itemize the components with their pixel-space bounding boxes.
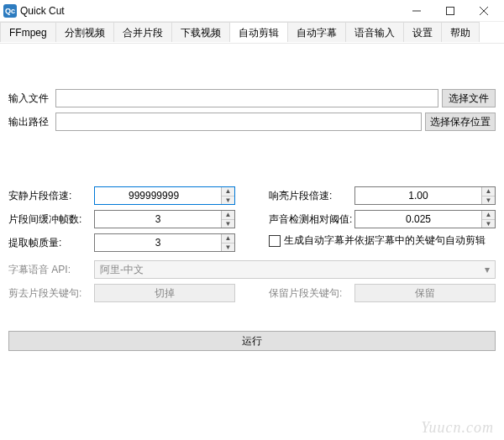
buffer-frames-label: 片段间缓冲帧数: <box>8 212 94 227</box>
watermark: Yuucn.com <box>421 419 494 437</box>
spin-down-icon[interactable]: ▼ <box>222 196 234 205</box>
spin-down-icon[interactable]: ▼ <box>222 219 234 228</box>
quiet-speed-value: 999999999 <box>95 190 221 202</box>
tab-merge[interactable]: 合并片段 <box>113 22 172 42</box>
cut-keyword-label: 剪去片段关键句: <box>8 286 94 301</box>
loud-speed-spinner[interactable]: 1.00 ▲▼ <box>354 186 496 205</box>
cut-button: 切掉 <box>94 284 235 302</box>
buffer-frames-value: 3 <box>95 213 221 225</box>
tab-auto-subtitle[interactable]: 自动字幕 <box>287 22 346 42</box>
threshold-label: 声音检测相对阈值: <box>269 212 354 227</box>
input-file-label: 输入文件 <box>8 92 55 106</box>
tab-settings[interactable]: 设置 <box>403 22 442 42</box>
buffer-frames-spinner[interactable]: 3 ▲▼ <box>94 210 235 228</box>
choose-output-button[interactable]: 选择保存位置 <box>425 113 496 131</box>
extract-quality-value: 3 <box>95 237 221 249</box>
close-button[interactable] <box>467 0 501 22</box>
tab-voice-input[interactable]: 语音输入 <box>345 22 404 42</box>
window-title: Quick Cut <box>20 5 400 17</box>
maximize-button[interactable] <box>433 0 467 22</box>
api-select-value: 阿里-中文 <box>100 263 144 277</box>
choose-file-button[interactable]: 选择文件 <box>442 89 496 107</box>
content-area: 输入文件 选择文件 输出路径 选择保存位置 安静片段倍速: 999999999 … <box>0 44 504 314</box>
spin-up-icon[interactable]: ▲ <box>222 187 234 196</box>
tab-download[interactable]: 下载视频 <box>171 22 230 42</box>
tab-split-video[interactable]: 分割视频 <box>55 22 114 42</box>
svg-rect-1 <box>447 7 454 14</box>
titlebar: Qc Quick Cut <box>0 0 504 22</box>
threshold-value: 0.025 <box>355 213 481 225</box>
spin-up-icon[interactable]: ▲ <box>222 211 234 219</box>
extract-quality-label: 提取帧质量: <box>8 236 94 250</box>
api-label: 字幕语音 API: <box>8 263 94 277</box>
auto-subtitle-checkbox[interactable] <box>269 235 281 247</box>
spin-up-icon[interactable]: ▲ <box>222 234 234 243</box>
spin-down-icon[interactable]: ▼ <box>482 219 495 228</box>
keep-button: 保留 <box>354 284 496 302</box>
minimize-button[interactable] <box>400 0 433 22</box>
output-path-label: 输出路径 <box>8 115 55 129</box>
spin-up-icon[interactable]: ▲ <box>482 211 495 219</box>
loud-speed-label: 响亮片段倍速: <box>269 189 354 203</box>
tab-bar: FFmpeg 分割视频 合并片段 下载视频 自动剪辑 自动字幕 语音输入 设置 … <box>0 22 504 44</box>
tab-ffmpeg[interactable]: FFmpeg <box>0 22 56 42</box>
loud-speed-value: 1.00 <box>355 190 481 202</box>
quiet-speed-spinner[interactable]: 999999999 ▲▼ <box>94 186 235 205</box>
keep-keyword-label: 保留片段关键句: <box>269 286 354 301</box>
run-button[interactable]: 运行 <box>8 331 496 351</box>
api-select: 阿里-中文 <box>94 260 496 279</box>
quiet-speed-label: 安静片段倍速: <box>8 189 94 203</box>
auto-subtitle-checkbox-label: 生成自动字幕并依据字幕中的关键句自动剪辑 <box>284 233 486 248</box>
spin-down-icon[interactable]: ▼ <box>222 243 234 252</box>
output-path-field[interactable] <box>55 113 422 131</box>
input-file-field[interactable] <box>55 89 438 107</box>
spin-down-icon[interactable]: ▼ <box>482 196 495 205</box>
threshold-spinner[interactable]: 0.025 ▲▼ <box>354 210 496 228</box>
window-controls <box>400 0 501 22</box>
tab-help[interactable]: 帮助 <box>441 22 480 42</box>
tab-auto-cut[interactable]: 自动剪辑 <box>229 22 288 42</box>
extract-quality-spinner[interactable]: 3 ▲▼ <box>94 233 235 252</box>
spin-up-icon[interactable]: ▲ <box>482 187 495 196</box>
app-icon: Qc <box>3 4 17 18</box>
